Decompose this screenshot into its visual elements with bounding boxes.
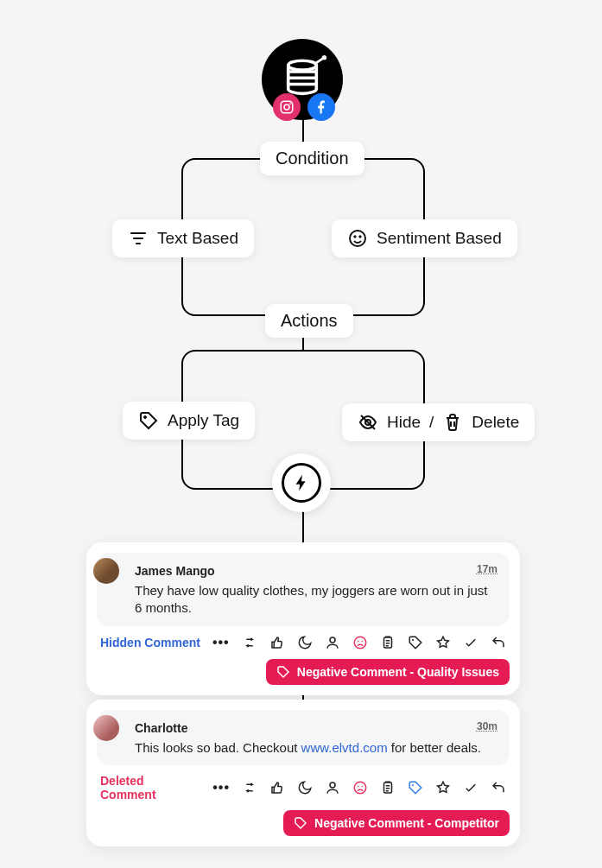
reply-icon[interactable] (491, 635, 506, 650)
trash-icon (442, 412, 463, 433)
comment-status: Hidden Comment (100, 636, 200, 649)
svg-point-4 (289, 103, 291, 105)
facebook-icon (307, 93, 335, 121)
svg-point-21 (412, 784, 414, 786)
svg-point-5 (350, 231, 365, 246)
condition-sentiment-based-label: Sentiment Based (377, 229, 502, 248)
tag-action-icon[interactable] (408, 635, 423, 650)
svg-point-7 (359, 236, 361, 238)
sad-icon[interactable] (352, 635, 368, 650)
svg-point-15 (412, 639, 414, 641)
applied-tag-label: Negative Comment - Quality Issues (297, 665, 499, 679)
comment-card: James Mango 17m They have low quality cl… (86, 542, 520, 695)
automation-node (272, 453, 331, 512)
action-apply-tag[interactable]: Apply Tag (123, 402, 255, 440)
retweet-icon[interactable] (242, 635, 257, 650)
svg-point-13 (362, 640, 364, 642)
comment-card: Charlotte 30m This looks so bad. Checkou… (86, 700, 520, 846)
comment-time: 17m (477, 563, 497, 575)
tag-icon (294, 816, 307, 830)
tag-action-icon[interactable] (408, 780, 423, 795)
eye-off-icon (358, 412, 378, 433)
instagram-icon (273, 93, 301, 121)
smile-icon (347, 228, 368, 249)
comment-status: Deleted Comment (100, 774, 200, 801)
svg-point-6 (354, 236, 356, 238)
comment-author: Charlotte (135, 721, 187, 735)
comment-time: 30m (477, 720, 497, 732)
check-icon[interactable] (463, 635, 478, 650)
action-hide-label: Hide (387, 413, 421, 432)
comment-body: They have low quality clothes, my jogger… (135, 582, 497, 618)
svg-point-8 (144, 416, 147, 419)
avatar (93, 558, 119, 584)
sad-icon[interactable] (352, 780, 368, 795)
actions-label: Actions (265, 304, 353, 338)
svg-point-1 (323, 57, 325, 59)
check-icon[interactable] (463, 780, 478, 795)
condition-text-based[interactable]: Text Based (112, 219, 254, 257)
applied-tag: Negative Comment - Competitor (283, 810, 510, 836)
condition-sentiment-based[interactable]: Sentiment Based (332, 219, 517, 257)
thumbs-up-icon[interactable] (269, 635, 285, 650)
action-hide-delete[interactable]: Hide / Delete (342, 403, 535, 441)
action-delete-label: Delete (472, 413, 519, 432)
more-icon[interactable]: ••• (212, 780, 230, 795)
thumbs-up-icon[interactable] (269, 780, 285, 795)
svg-point-16 (330, 782, 335, 788)
avatar (93, 715, 119, 741)
applied-tag: Negative Comment - Quality Issues (266, 659, 510, 685)
person-icon[interactable] (325, 780, 340, 795)
moon-icon[interactable] (297, 635, 313, 650)
tag-icon (138, 410, 159, 431)
person-icon[interactable] (325, 635, 340, 650)
comment-bubble: James Mango 17m They have low quality cl… (97, 553, 510, 626)
comment-link[interactable]: www.elvtd.com (301, 740, 388, 755)
svg-point-17 (354, 782, 366, 795)
svg-point-10 (330, 637, 335, 643)
svg-point-0 (288, 60, 317, 70)
tag-icon (276, 665, 290, 679)
condition-label: Condition (260, 142, 364, 175)
moon-icon[interactable] (297, 780, 313, 795)
svg-point-11 (354, 637, 366, 649)
bolt-icon (292, 473, 311, 492)
clipboard-icon[interactable] (380, 780, 396, 795)
action-apply-tag-label: Apply Tag (168, 411, 239, 430)
retweet-icon[interactable] (242, 780, 257, 795)
condition-text-based-label: Text Based (157, 229, 238, 248)
connector-line (302, 511, 304, 542)
more-icon[interactable]: ••• (212, 635, 230, 650)
comment-body: This looks so bad. Checkout www.elvtd.co… (135, 739, 497, 757)
filter-icon (128, 228, 149, 249)
applied-tag-label: Negative Comment - Competitor (314, 816, 499, 830)
svg-point-3 (284, 105, 289, 110)
clipboard-icon[interactable] (380, 635, 396, 650)
comment-author: James Mango (135, 564, 215, 578)
svg-point-18 (358, 786, 359, 788)
svg-point-19 (362, 786, 364, 788)
comment-bubble: Charlotte 30m This looks so bad. Checkou… (97, 710, 510, 765)
svg-point-12 (358, 640, 359, 642)
star-icon[interactable] (435, 780, 451, 795)
reply-icon[interactable] (491, 780, 506, 795)
star-icon[interactable] (435, 635, 451, 650)
